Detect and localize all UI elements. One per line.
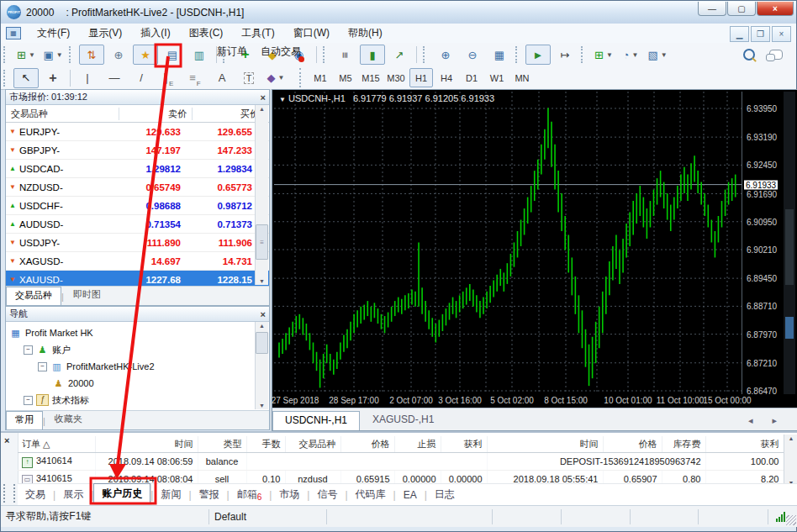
chart-shift-button[interactable]: ↦: [552, 45, 578, 65]
tree-expander-icon[interactable]: −: [38, 362, 47, 371]
terminal-scrollbar[interactable]: ▲▼: [784, 435, 797, 487]
terminal-tab-市场[interactable]: 市场: [272, 485, 307, 504]
profiles-button[interactable]: ▣▼: [40, 45, 66, 65]
navigator-scrollbar[interactable]: ▲ ▼: [255, 322, 268, 409]
timeframe-m1-button[interactable]: M1: [309, 68, 332, 87]
tile-windows-button[interactable]: ▦: [487, 45, 512, 65]
market-watch-row[interactable]: ▼USDJPY-111.890111.906: [6, 234, 269, 252]
toolbar-gripper[interactable]: [423, 46, 429, 63]
new-chart-dropdown-icon[interactable]: ▼: [29, 51, 35, 59]
child-close-button[interactable]: ×: [772, 26, 791, 42]
indicators-button[interactable]: ⊞▼: [591, 45, 616, 65]
autotrading-button[interactable]: ◉自动交易: [287, 45, 312, 65]
periods-button[interactable]: ◔▼: [618, 45, 643, 65]
timeframe-h1-button[interactable]: H1: [409, 68, 433, 87]
toolbar-gripper[interactable]: [323, 46, 329, 63]
navigator-item[interactable]: −♟账户: [9, 341, 269, 358]
templates-dropdown-icon[interactable]: ▼: [661, 51, 668, 59]
terminal-column-header[interactable]: 库存费: [662, 436, 705, 453]
terminal-tab-EA[interactable]: EA: [396, 487, 425, 503]
profiles-dropdown-icon[interactable]: ▼: [56, 51, 63, 59]
close-button[interactable]: ×: [757, 2, 794, 16]
zoom-in-button[interactable]: ⊕: [433, 45, 458, 65]
toolbar-gripper[interactable]: [3, 70, 9, 87]
horizontal-line-button[interactable]: —: [102, 68, 127, 88]
toolbar-gripper[interactable]: [515, 46, 521, 63]
chart-tab-1[interactable]: XAGUSD-,H1: [360, 410, 446, 430]
navigator-tab-0[interactable]: 常用: [6, 411, 43, 429]
indicators-dropdown-icon[interactable]: ▼: [606, 51, 613, 59]
timeframe-d1-button[interactable]: D1: [460, 68, 483, 87]
navigator-item[interactable]: −▥ProfitMarketHK-Live2: [9, 358, 269, 375]
market-watch-scrollbar[interactable]: ▲ ≡ ▼: [255, 105, 268, 285]
crosshair-button[interactable]: +: [40, 68, 66, 88]
new-order-button[interactable]: +新订单: [233, 45, 258, 65]
market-watch-tab-0[interactable]: 交易品种: [6, 287, 61, 305]
menu-item-3[interactable]: 图表(C): [180, 24, 233, 43]
navigator-tab-1[interactable]: 收藏夹: [45, 410, 92, 429]
market-watch-row[interactable]: ▲USDCHF-0.986880.98712: [6, 197, 269, 215]
new-chart-button[interactable]: ⊞▼: [13, 45, 39, 65]
strategy-tester-button[interactable]: ▥: [187, 45, 212, 65]
timeframe-m5-button[interactable]: M5: [334, 68, 357, 87]
timeframe-h4-button[interactable]: H4: [435, 68, 458, 87]
toolbar-gripper[interactable]: [581, 46, 587, 63]
terminal-column-header[interactable]: 类型: [198, 436, 246, 453]
market-watch-row[interactable]: ▼NZDUSD-0.657490.65773: [6, 178, 269, 197]
menu-item-1[interactable]: 显示(V): [79, 24, 131, 43]
cursor-button[interactable]: ↖: [13, 68, 39, 88]
terminal-tab-新闻[interactable]: 新闻: [153, 485, 188, 504]
timeframe-m15-button[interactable]: M15: [359, 68, 383, 87]
navigator-item[interactable]: ♟20000: [9, 375, 269, 392]
navigator-item[interactable]: ▦Profit Market HK: [9, 324, 269, 341]
terminal-tabs-gripper[interactable]: [3, 484, 15, 503]
terminal-tab-信号[interactable]: 信号: [309, 485, 345, 504]
menu-item-6[interactable]: 帮助(H): [339, 24, 392, 43]
periods-dropdown-icon[interactable]: ▼: [631, 51, 638, 59]
terminal-tab-警报[interactable]: 警报: [192, 485, 227, 504]
tree-expander-icon[interactable]: −: [24, 345, 33, 355]
navigator-button[interactable]: ★: [133, 45, 158, 65]
toolbar-gripper[interactable]: [69, 46, 75, 63]
chat-button[interactable]: [763, 45, 789, 65]
text-label-button[interactable]: T: [236, 68, 261, 88]
chart-plot[interactable]: [274, 92, 742, 394]
shapes-button[interactable]: ◆▼: [263, 68, 288, 88]
timeframe-w1-button[interactable]: W1: [485, 68, 509, 87]
terminal-tab-交易[interactable]: 交易: [18, 485, 53, 504]
market-watch-row[interactable]: ▼XAGUSD-14.69714.731: [6, 252, 269, 271]
market-watch-row[interactable]: ▼EURJPY-129.633129.655: [6, 123, 269, 141]
trendline-button[interactable]: /: [129, 68, 154, 88]
bar-chart-button[interactable]: ≡: [333, 45, 358, 65]
menu-item-4[interactable]: 工具(T): [232, 24, 283, 43]
terminal-row[interactable]: ↑34106142018.09.14 08:06:59balanceDEPOSI…: [18, 453, 784, 471]
auto-scroll-button[interactable]: ►: [525, 45, 551, 65]
vertical-line-button[interactable]: |: [75, 68, 100, 88]
chart-tab-scroll-arrows[interactable]: ◂ ▸: [736, 415, 797, 430]
maximize-button[interactable]: ▢: [727, 2, 756, 16]
close-icon[interactable]: ×: [261, 310, 266, 319]
terminal-column-header[interactable]: 交易品种: [285, 436, 340, 453]
toolbar-gripper[interactable]: [3, 46, 9, 63]
market-watch-row[interactable]: ▲USDCAD-1.298121.29834: [6, 160, 269, 178]
menu-item-2[interactable]: 插入(I): [131, 24, 179, 43]
market-watch-button[interactable]: ⇅: [79, 45, 104, 65]
minimize-button[interactable]: —: [698, 2, 726, 16]
child-minimize-button[interactable]: ▁: [730, 26, 749, 42]
terminal-column-header[interactable]: 价格: [340, 436, 394, 453]
zoom-out-button[interactable]: ⊖: [460, 45, 485, 65]
terminal-button[interactable]: ▤: [160, 45, 185, 65]
market-watch-row[interactable]: ▲AUDUSD-0.713540.71373: [6, 215, 269, 234]
terminal-column-header[interactable]: 订单 △: [18, 436, 95, 453]
terminal-tab-代码库[interactable]: 代码库: [348, 485, 393, 504]
close-icon[interactable]: ×: [4, 435, 9, 445]
navigator-item[interactable]: −ƒ技术指标: [9, 392, 269, 408]
close-icon[interactable]: ×: [261, 93, 266, 102]
terminal-tab-展示[interactable]: 展示: [55, 485, 91, 504]
search-button[interactable]: [736, 45, 762, 65]
market-watch-tab-1[interactable]: 即时图: [64, 286, 110, 305]
terminal-column-header[interactable]: 时间: [95, 436, 198, 453]
chart-window[interactable]: ▼ USDCNH-,H1 6.91779 6.91937 6.91205 6.9…: [272, 89, 797, 431]
terminal-column-header[interactable]: 时间: [487, 436, 603, 453]
child-restore-button[interactable]: ❐: [751, 26, 770, 42]
